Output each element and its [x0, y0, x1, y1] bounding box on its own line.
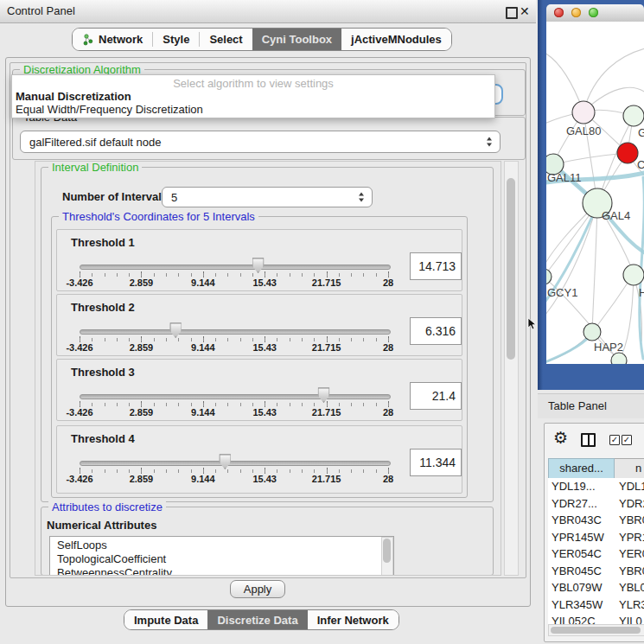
list-scrollbar[interactable] [381, 537, 393, 576]
tab-infer-network[interactable]: Infer Network [308, 610, 399, 629]
tick-label: -3.426 [66, 474, 92, 484]
mac-minimize-button[interactable] [571, 8, 581, 17]
threshold-label: Threshold 3 [71, 366, 135, 379]
tick-label: 28 [383, 407, 393, 418]
slider-minor-ticks [80, 273, 390, 277]
slider-track[interactable] [80, 329, 391, 335]
tick-label: 9.144 [191, 474, 215, 484]
network-node-label: GAL11 [547, 171, 582, 184]
tab-label: Infer Network [317, 614, 389, 627]
slider-track[interactable] [80, 394, 391, 399]
algorithm-option-manual[interactable]: Manual Discretization [16, 90, 131, 103]
interval-definition-group: Interval Definition Number of Intervals … [41, 167, 494, 502]
table-row[interactable]: YER054CYER0 [548, 545, 644, 563]
tick-label: 9.144 [191, 407, 215, 418]
screenshot-root: Control Panel ✕ NetworkStyleSelectCyni T… [0, 0, 644, 644]
network-node-label: GCY1 [547, 286, 577, 299]
tick-label: 15.43 [252, 407, 277, 418]
network-edge [592, 203, 597, 331]
tab-style[interactable]: Style [153, 29, 199, 50]
mac-close-button[interactable] [554, 8, 564, 17]
top-tab-bar: NetworkStyleSelectCyni ToolboxjActiveMNo… [72, 28, 452, 51]
settings-scroll-viewport: Interval Definition Number of Intervals … [35, 161, 501, 576]
table-row[interactable]: YBR045CYBR0 [548, 563, 644, 580]
table-data-combobox[interactable]: galFiltered.sif default node [20, 131, 501, 153]
network-node[interactable] [611, 353, 627, 364]
column-header-name[interactable]: n [615, 458, 644, 479]
attribute-item[interactable]: TopologicalCoefficient [50, 552, 393, 566]
table-row[interactable]: YDL19...YDL1 [548, 478, 644, 495]
threshold-value-field[interactable]: 11.344 [410, 449, 462, 476]
number-of-intervals-combobox[interactable]: 5 [162, 187, 373, 207]
tick-label: 2.859 [130, 342, 154, 353]
network-node-hap2[interactable] [583, 323, 601, 341]
table-row[interactable]: YBL079WYBL0 [548, 579, 644, 596]
network-node-h[interactable] [623, 265, 644, 285]
cell-name: YDR2 [619, 495, 644, 513]
tab-select[interactable]: Select [200, 29, 252, 50]
tab-discretize-data[interactable]: Discretize Data [207, 610, 307, 629]
tab-cyni-toolbox[interactable]: Cyni Toolbox [252, 29, 341, 50]
threshold-value-field[interactable]: 14.713 [410, 252, 462, 280]
close-icon[interactable]: ✕ [520, 0, 530, 22]
attribute-item[interactable]: SelfLoops [50, 539, 393, 552]
slider-track[interactable] [80, 265, 391, 270]
table-row[interactable]: YDR27...YDR2 [548, 495, 644, 513]
threshold-panel-2: Threshold 2-3.4262.8599.14415.4321.71528… [56, 294, 462, 356]
tab-impute-data[interactable]: Impute Data [124, 610, 207, 629]
tab-label: Cyni Toolbox [262, 33, 332, 46]
network-canvas[interactable]: GAL80GCGAL11GAL4GCY1HHAP2 [546, 22, 644, 364]
algorithm-option-equal-width[interactable]: Equal Width/Frequency Discretization [16, 103, 203, 116]
network-node-label: GAL80 [566, 124, 601, 137]
tick-label: -3.426 [66, 277, 92, 288]
apply-button[interactable]: Apply [230, 580, 285, 598]
tick-label: -3.426 [66, 407, 92, 418]
mac-zoom-button[interactable] [589, 8, 598, 17]
cell-name: YBR0 [619, 563, 644, 580]
table-row[interactable]: YPR145WYPR1 [548, 529, 644, 546]
cell-name: YPR1 [619, 529, 644, 546]
table-row[interactable]: YLR345WYLR3 [548, 596, 644, 614]
network-node-gcy1[interactable] [546, 269, 552, 284]
cell-name: YLR3 [619, 596, 644, 614]
column-layout-icon[interactable] [581, 433, 596, 447]
column-header-shared[interactable]: shared... [548, 458, 615, 479]
threshold-value-field[interactable]: 21.4 [410, 382, 462, 410]
network-node-g[interactable] [623, 105, 644, 126]
network-node-gal80[interactable] [572, 101, 595, 124]
table-horizontal-scrollbar-thumb[interactable] [551, 627, 641, 634]
cell-shared-name: YBR045C [552, 563, 602, 580]
tab-label: Select [209, 33, 242, 46]
slider-track[interactable] [80, 461, 391, 466]
cell-name: YIL0 [619, 613, 642, 624]
tick-label: 28 [383, 277, 393, 288]
tab-jactivemnodules[interactable]: jActiveMNodules [341, 29, 451, 50]
cell-shared-name: YLR345W [552, 596, 603, 614]
settings-gear-icon[interactable]: ⚙ [553, 430, 568, 446]
tab-network[interactable]: Network [73, 29, 152, 50]
interval-definition-group-title: Interval Definition [48, 161, 142, 174]
network-node-label: H [639, 286, 644, 299]
float-window-icon[interactable] [506, 7, 518, 19]
checked-checkbox-icon[interactable]: ✓ [609, 435, 620, 445]
cell-shared-name: YBL079W [552, 579, 603, 596]
attribute-item[interactable]: BetweennessCentrality [50, 566, 393, 576]
number-of-intervals-value: 5 [171, 191, 177, 204]
settings-vertical-scrollbar[interactable] [504, 161, 519, 576]
table-horizontal-scrollbar[interactable] [548, 624, 644, 636]
tick-label: 28 [383, 342, 393, 353]
network-node-c[interactable] [617, 143, 638, 163]
tab-label: jActiveMNodules [351, 33, 442, 46]
table-row[interactable]: YBR043CYBR0 [548, 512, 644, 529]
slider-minor-ticks [80, 403, 390, 406]
table-row[interactable]: YIL052CYIL0 [548, 613, 644, 624]
tick-label: 2.859 [130, 277, 154, 288]
cell-shared-name: YIL052C [552, 613, 596, 624]
list-scrollbar-thumb[interactable] [383, 539, 391, 563]
tick-label: 9.144 [191, 342, 215, 353]
checked-checkbox-icon[interactable]: ✓ [622, 435, 632, 445]
threshold-value-field[interactable]: 6.316 [410, 317, 462, 345]
thresholds-group-title: Threshold's Coordinates for 5 Intervals [59, 210, 258, 223]
cell-name: YBL0 [619, 579, 644, 596]
settings-vertical-scrollbar-thumb[interactable] [507, 178, 515, 360]
